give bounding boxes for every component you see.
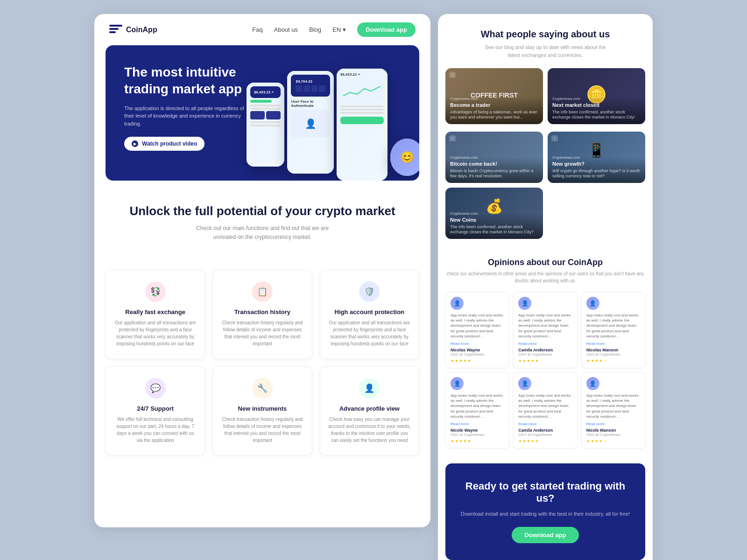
reviews-grid-bottom: 👤 App looks really cool and works as wel… [445,372,645,448]
logo[interactable]: CoinApp [109,25,157,35]
feature-title-exchange: Really fast exchange [113,308,197,315]
video-label-newcoins: Cryptonews.com New Coins The info been c… [445,208,543,239]
video-title-market: Next market closed [552,102,641,108]
play-icon: ▶ [132,140,138,147]
review-card-4: 👤 App looks really cool and works as wel… [513,372,577,448]
review-text-5: App looks really cool and works as well.… [586,393,640,419]
history-icon: 📋 [252,281,273,302]
read-more-4[interactable]: Read more [518,422,572,426]
phone-mockup-large: $6,423.21 + [337,69,388,181]
video-title-growth: New growth? [552,161,641,167]
watch-video-button[interactable]: ▶ Watch product video [124,137,204,151]
video-desc-trader: Advantages of being a salesman, work as … [450,110,538,120]
stars-2: ★★★★☆ [586,358,640,363]
review-text-1: App looks really cool and works as well.… [518,313,572,339]
testimonials-header: What people saying about us See our blog… [438,14,653,68]
video-title-newcoins: New Coins [450,217,538,223]
protection-icon: 🛡️ [359,281,380,302]
reviewer-avatar-2: 👤 [586,297,599,310]
feature-desc-protection: Our application and all transactions are… [328,319,411,347]
feature-desc-exchange: Our application and all transactions are… [113,319,197,347]
phone-mockup-small: $6,423.21 + [247,83,284,167]
video-desc-market: The info been confirmed, another stock e… [552,110,641,120]
reviewer-name-5: Nicole Manson [586,428,640,433]
support-icon: 💬 [145,378,166,399]
read-more-5[interactable]: Read more [586,422,640,426]
unlock-section: Unlock the full potential of your crypto… [94,181,430,270]
read-more-1[interactable]: Read more [518,342,572,346]
video-card-trader[interactable]: i Cryptonews.com Become a trader Advanta… [445,68,543,124]
reviewer-role-2: CEO at CryptoNews [586,352,640,357]
video-grid-top: i Cryptonews.com Become a trader Advanta… [438,68,653,132]
video-label-trader: Cryptonews.com Become a trader Advantage… [445,93,543,124]
watch-btn-label: Watch product video [142,140,197,147]
video-label-market: Cryptonews.com Next market closed The in… [548,93,645,124]
video-title-bitcoin: Bitcoin come back! [450,161,538,167]
left-panel: CoinApp Faq About us Blog EN ▾ Download … [94,14,430,527]
instruments-icon: 🔧 [252,378,273,399]
feature-desc-profile: Check how easy you can manage your accou… [328,416,411,444]
reviewer-name-3: Nicole Wayne [451,428,504,433]
reviewer-name-2: Nicolas Manson [586,348,640,352]
feature-card-support: 💬 24/7 Support We offer full technical a… [106,366,205,455]
video-card-bitcoin[interactable]: i Cryptonews.com Bitcoin come back! Bitc… [445,132,543,183]
video-label-growth: Cryptonews.com New growth? Will crypto g… [548,152,645,183]
logo-icon [109,25,122,35]
right-panel: What people saying about us See our blog… [438,14,653,560]
reviewer-role-3: CEO at CryptoNews [451,433,504,437]
read-more-0[interactable]: Read more [451,342,504,346]
features-grid: 💱 Really fast exchange Our application a… [94,270,430,467]
video-card-growth[interactable]: i Cryptonews.com New growth? Will crypto… [548,132,645,183]
review-card-0: 👤 App looks really cool and works as wel… [445,292,509,368]
reviewer-avatar-1: 👤 [518,297,531,310]
opinions-section: Opinions about our CoinApp check our ach… [438,246,653,460]
testimonials-subtitle: See our blog and stay up to date with ne… [480,43,611,59]
navbar: CoinApp Faq About us Blog EN ▾ Download … [94,14,430,45]
video-desc-bitcoin: Bitcoin is back! Cryptocurrency grew wit… [450,168,538,179]
read-more-2[interactable]: Read more [586,342,640,346]
unlock-title: Unlock the full potential of your crypto… [109,204,416,218]
review-text-2: App looks really cool and works as well.… [586,313,640,339]
opinions-subtitle: check our achievements in other areas an… [445,270,645,284]
feature-card-history: 📋 Transaction history Check transaction … [212,270,312,359]
stars-1: ★★★★★ [518,358,572,363]
cta-download-button[interactable]: Download app [512,527,579,543]
feature-title-instruments: New instruments [220,405,304,412]
feature-card-instruments: 🔧 New instruments Check transaction hist… [212,366,312,455]
review-text-3: App looks really cool and works as well.… [451,393,504,419]
hero-phones: $6,423.21 + $9,764.23 [247,50,419,181]
nav-about[interactable]: About us [274,26,298,33]
read-more-3[interactable]: Read more [451,422,504,426]
video-source-newcoins: Cryptonews.com [450,211,538,216]
exchange-icon: 💱 [145,281,166,302]
reviewer-role-1: CEO at CryptoNews [518,352,572,357]
stars-0: ★★★★★ [451,358,504,363]
nav-faq[interactable]: Faq [252,26,262,33]
feature-desc-history: Check transaction history regularly and … [220,319,304,347]
language-selector[interactable]: EN ▾ [332,26,346,33]
download-app-button[interactable]: Download app [357,22,416,37]
feature-card-exchange: 💱 Really fast exchange Our application a… [106,270,205,359]
logo-text: CoinApp [126,26,157,34]
hero-section: The most intuitive trading market app Th… [106,45,419,181]
nav-blog[interactable]: Blog [309,26,321,33]
video-badge-trader: i [449,72,456,78]
video-card-newcoins[interactable]: Cryptonews.com New Coins The info been c… [445,188,543,239]
video-card-market[interactable]: Cryptonews.com Next market closed The in… [548,68,645,124]
feature-title-support: 24/7 Support [113,405,197,412]
reviewer-avatar-3: 👤 [451,377,464,390]
phone-mockup-medium: $9,764.23 User Face to Authenticate 👤 [287,71,334,174]
cta-subtitle: Download install and start trading with … [457,510,634,518]
video-desc-growth: Will crypto go through another hype? Is … [552,168,641,179]
video-source-bitcoin: Cryptonews.com [450,155,538,160]
hero-subtitle: The application is directed to all peopl… [124,105,246,128]
video-desc-newcoins: The info been confirmed, another stock e… [450,224,538,235]
reviews-grid-top: 👤 App looks really cool and works as wel… [445,292,645,368]
stars-5: ★★★★☆ [586,439,640,443]
reviewer-name-0: Nicolas Wayne [451,348,504,352]
phone-mockup-avatar: 😊 [390,139,419,176]
video-badge-bitcoin: i [449,135,456,141]
reviewer-name-1: Camila Anderson [518,348,572,352]
cta-section: Ready to get started trading with us? Do… [445,463,645,560]
review-card-5: 👤 App looks really cool and works as wel… [581,372,645,448]
